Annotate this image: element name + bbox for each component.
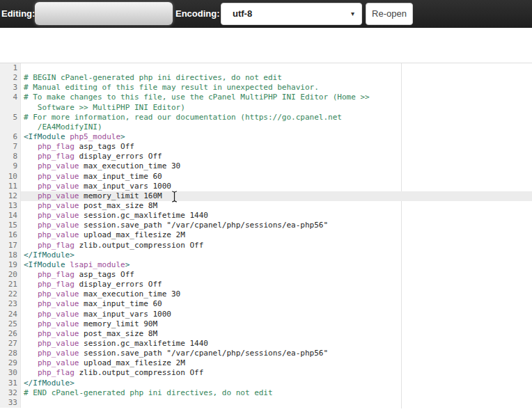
encoding-label: Encoding: xyxy=(175,0,220,28)
line-number: 26 xyxy=(0,329,21,339)
code-row[interactable]: 8 php_flag display_errors Off xyxy=(0,152,532,161)
code-token: php_value xyxy=(38,230,79,239)
line-number: 5 xyxy=(0,113,21,122)
code-token xyxy=(24,142,38,151)
code-line[interactable]: php_value post_max_size 8M xyxy=(21,329,532,339)
code-row[interactable]: 31</IfModule> xyxy=(0,379,532,388)
code-row[interactable]: 27 php_value session.gc_maxlifetime 1440 xyxy=(0,339,532,349)
code-line[interactable]: # END cPanel-generated php ini directive… xyxy=(21,388,532,398)
code-line[interactable]: php_flag zlib.output_compression Off xyxy=(21,368,532,378)
code-token: max_input_time 60 xyxy=(79,172,162,181)
code-row[interactable]: Software >> MultiPHP INI Editor) xyxy=(0,103,532,113)
code-line[interactable]: php_value post_max_size 8M xyxy=(21,201,532,211)
code-line[interactable]: <IfModule lsapi_module> xyxy=(21,260,532,270)
line-number: 15 xyxy=(0,221,21,230)
code-line[interactable]: php_value upload_max_filesize 2M xyxy=(21,230,532,240)
code-row[interactable]: 23 php_value max_input_time 60 xyxy=(0,299,532,309)
code-row[interactable]: 7 php_flag asp_tags Off xyxy=(0,142,532,152)
code-line[interactable]: php_value upload_max_filesize 2M xyxy=(21,358,532,368)
code-row[interactable]: 28 php_value session.save_path "/var/cpa… xyxy=(0,349,532,358)
line-number: 3 xyxy=(0,83,21,93)
code-line[interactable]: php_flag asp_tags Off xyxy=(21,270,532,280)
code-row[interactable]: 14 php_value session.gc_maxlifetime 1440 xyxy=(0,211,532,221)
code-row[interactable]: /EA4ModifyINI) xyxy=(0,122,532,132)
code-line[interactable]: php_value max_input_vars 1000 xyxy=(21,310,532,319)
code-row[interactable]: 19<IfModule lsapi_module> xyxy=(0,260,532,270)
code-line[interactable]: # Manual editing of this file may result… xyxy=(21,83,532,93)
code-token: php_flag xyxy=(38,152,75,161)
code-line[interactable]: php_value session.save_path "/var/cpanel… xyxy=(21,349,532,358)
code-line[interactable]: php_value session.gc_maxlifetime 1440 xyxy=(21,339,532,349)
code-line[interactable]: php_value max_input_time 60 xyxy=(21,172,532,182)
code-row[interactable]: 26 php_value post_max_size 8M xyxy=(0,329,532,339)
code-line[interactable]: php_value max_execution_time 30 xyxy=(21,161,532,171)
code-line[interactable]: php_value max_input_vars 1000 xyxy=(21,182,532,191)
code-line[interactable] xyxy=(21,398,532,408)
line-number: 2 xyxy=(0,73,21,83)
line-number xyxy=(0,103,21,113)
code-row[interactable]: 29 php_value upload_max_filesize 2M xyxy=(0,358,532,368)
code-token: php_value xyxy=(38,349,79,358)
code-line[interactable]: <IfModule php5_module> xyxy=(21,132,532,142)
code-row[interactable]: 25 php_value memory_limit 90M xyxy=(0,319,532,329)
code-token xyxy=(24,211,38,220)
code-row[interactable]: 20 php_flag asp_tags Off xyxy=(0,270,532,280)
code-token: php_flag xyxy=(38,280,75,289)
code-row[interactable]: 2# BEGIN cPanel-generated php ini direct… xyxy=(0,73,532,83)
code-row[interactable]: 10 php_value max_input_time 60 xyxy=(0,172,532,182)
line-number: 8 xyxy=(0,152,21,161)
code-line[interactable]: # BEGIN cPanel-generated php ini directi… xyxy=(21,73,532,83)
reopen-button[interactable]: Re-open xyxy=(366,3,413,25)
code-line[interactable]: php_value max_input_time 60 xyxy=(21,299,532,309)
code-line[interactable] xyxy=(21,63,532,73)
code-row[interactable]: 13 php_value post_max_size 8M xyxy=(0,201,532,211)
code-line[interactable]: php_value session.gc_maxlifetime 1440 xyxy=(21,211,532,221)
code-line[interactable]: php_value max_execution_time 30 xyxy=(21,289,532,299)
code-line[interactable]: </IfModule> xyxy=(21,379,532,388)
code-row[interactable]: 24 php_value max_input_vars 1000 xyxy=(0,310,532,319)
code-token: max_execution_time 30 xyxy=(79,289,180,298)
code-row[interactable]: 3# Manual editing of this file may resul… xyxy=(0,83,532,93)
code-line[interactable]: # For more information, read our documen… xyxy=(21,113,532,122)
code-token: php_flag xyxy=(38,368,75,377)
code-row[interactable]: 16 php_value upload_max_filesize 2M xyxy=(0,230,532,240)
code-line[interactable]: # To make changes to this file, use the … xyxy=(21,93,532,102)
code-line[interactable]: php_flag display_errors Off xyxy=(21,152,532,161)
code-line[interactable]: php_value session.save_path "/var/cpanel… xyxy=(21,221,532,230)
code-row[interactable]: 6<IfModule php5_module> xyxy=(0,132,532,142)
code-token: php_value xyxy=(38,182,79,191)
code-row[interactable]: 33 xyxy=(0,398,532,408)
code-line[interactable]: php_flag display_errors Off xyxy=(21,280,532,289)
code-token: php_value xyxy=(38,358,79,367)
code-line[interactable]: php_value memory_limit 90M xyxy=(21,319,532,329)
code-row[interactable]: 17 php_flag zlib.output_compression Off xyxy=(0,241,532,250)
code-row[interactable]: 1 xyxy=(0,63,532,73)
line-number: 24 xyxy=(0,310,21,319)
code-line[interactable]: php_value memory_limit 160M xyxy=(21,191,532,201)
code-editor[interactable]: 12# BEGIN cPanel-generated php ini direc… xyxy=(0,63,532,414)
code-row[interactable]: 30 php_flag zlib.output_compression Off xyxy=(0,368,532,378)
code-line[interactable]: php_flag asp_tags Off xyxy=(21,142,532,152)
line-number: 9 xyxy=(0,161,21,171)
code-row[interactable]: 21 php_flag display_errors Off xyxy=(0,280,532,289)
code-row[interactable]: 15 php_value session.save_path "/var/cpa… xyxy=(0,221,532,230)
code-line[interactable]: /EA4ModifyINI) xyxy=(21,122,532,132)
code-token: session.gc_maxlifetime 1440 xyxy=(79,339,208,348)
code-token xyxy=(24,182,38,191)
code-line[interactable]: php_flag zlib.output_compression Off xyxy=(21,241,532,250)
code-token: php_value xyxy=(38,299,79,308)
code-row[interactable]: 5# For more information, read our docume… xyxy=(0,113,532,122)
code-row[interactable]: 12 php_value memory_limit 160M xyxy=(0,191,532,201)
code-row[interactable]: 4# To make changes to this file, use the… xyxy=(0,93,532,102)
code-row[interactable]: 22 php_value max_execution_time 30 xyxy=(0,289,532,299)
code-row[interactable]: 32# END cPanel-generated php ini directi… xyxy=(0,388,532,398)
code-row[interactable]: 18</IfModule> xyxy=(0,250,532,260)
code-token: <IfModule xyxy=(24,132,70,141)
code-line[interactable]: Software >> MultiPHP INI Editor) xyxy=(21,103,532,113)
code-token: php_value xyxy=(38,319,79,328)
code-row[interactable]: 11 php_value max_input_vars 1000 xyxy=(0,182,532,191)
code-row[interactable]: 9 php_value max_execution_time 30 xyxy=(0,161,532,171)
code-line[interactable]: </IfModule> xyxy=(21,250,532,260)
chevron-down-icon: ▾ xyxy=(351,3,354,24)
encoding-select[interactable]: utf-8 ▾ xyxy=(221,3,362,25)
